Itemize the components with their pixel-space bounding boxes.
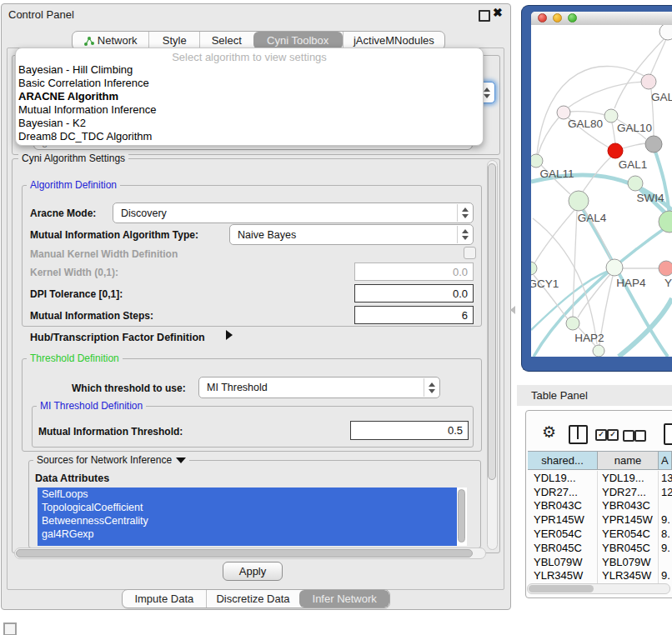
settings-scrollbar-thumb[interactable] [488,163,496,480]
network-node-gal4[interactable] [569,191,589,211]
network-node-gal1[interactable] [608,143,623,158]
tab-impute-data[interactable]: Impute Data [123,590,206,608]
combo-stepper-icon[interactable] [457,204,472,222]
tab-style[interactable]: Style [148,32,199,49]
attribute-list-item[interactable]: BetweennessCentrality [38,514,457,528]
algorithm-option[interactable]: Mutual Information Inference [16,103,483,117]
zoom-traffic-light-icon[interactable] [568,13,577,22]
aracne-mode-combo[interactable]: Discovery [113,202,474,223]
network-node-hap4[interactable] [606,259,623,276]
deselect-all-checkbox-icon[interactable] [623,430,634,442]
table-row[interactable]: YER054CYER054C8. [528,527,672,541]
manual-kernel-checkbox[interactable] [464,247,476,259]
attribute-list-item[interactable]: TopologicalCoefficient [38,501,457,514]
which-threshold-combo[interactable]: MI Threshold [198,377,440,398]
kernel-width-value: 0.0 [453,266,468,278]
settings-hscrollbar-thumb[interactable] [16,549,473,558]
tab-jactivemnodules-label: jActiveMNodules [354,34,434,47]
data-attributes-label: Data Attributes [35,472,109,484]
collapse-arrow-icon[interactable] [176,458,186,463]
table-row[interactable]: YLR345WYLR345W9. [528,569,672,583]
algorithm-option[interactable]: Basic Correlation Inference [16,77,483,90]
mi-steps-field[interactable]: 6 [354,306,474,324]
network-node-hap2[interactable] [566,317,579,330]
algorithm-option[interactable]: Dream8 DC_TDC Algorithm [16,130,483,143]
network-edge[interactable] [537,66,649,154]
network-node-gray[interactable] [645,136,662,152]
expand-arrow-icon[interactable] [226,330,233,340]
table-cell: 9. [659,512,672,527]
mi-threshold-field[interactable]: 0.5 [350,421,469,440]
network-edge[interactable] [534,210,574,263]
network-edge[interactable] [612,122,615,143]
close-icon[interactable]: ✖ [493,6,503,19]
data-attributes-list[interactable]: SelfLoopsTopologicalCoefficientBetweenne… [38,488,457,546]
attr-scrollbar-track[interactable] [457,488,467,546]
table-row[interactable]: YBR043CYBR043C [528,499,672,513]
table-row[interactable]: YBL079WYBL079W [528,555,672,569]
network-edge[interactable] [564,82,649,111]
network-node-gcy1[interactable] [531,262,537,275]
algorithm-option[interactable]: Bayesian - K2 [16,117,483,130]
minimize-traffic-light-icon[interactable] [553,13,562,22]
table-cell: 12 [659,485,672,499]
select-all-checkbox-icon[interactable]: ✓ [595,429,607,441]
table-cell: YLR345W [528,569,598,583]
tab-cyni-toolbox[interactable]: Cyni Toolbox [253,32,343,49]
network-canvas[interactable]: GALGAL80GAL10GAL1GAL11SWI4GAL4GCY1HAP4YH… [531,25,672,357]
column-header-name[interactable]: name [598,451,659,470]
node-label: GCY1 [531,278,559,290]
network-node-top-partial[interactable] [659,25,672,40]
network-node-bottom-partial[interactable] [593,345,604,357]
network-edge[interactable] [538,117,559,155]
network-node-swi4[interactable] [628,176,643,191]
network-icon [84,36,94,46]
attribute-list-item[interactable]: gal4RGexp [38,528,457,541]
table-row[interactable]: YPR145WYPR145W9. [528,512,672,527]
node-label: GAL11 [539,168,574,180]
network-node-big-green[interactable] [659,211,672,232]
network-node-gal-pink[interactable] [641,74,656,89]
close-traffic-light-icon[interactable] [538,13,547,22]
node-label: GAL80 [568,118,603,130]
network-edge[interactable] [569,112,605,115]
network-edge[interactable] [623,143,645,148]
tab-select[interactable]: Select [199,32,253,49]
apply-button[interactable]: Apply [223,562,283,581]
document-icon[interactable] [664,423,672,445]
node-label: GAL4 [578,212,607,224]
columns-icon[interactable] [569,425,588,444]
gear-icon[interactable]: ⚙ [542,422,556,442]
table-hscrollbar-thumb[interactable] [529,585,594,592]
deselect-all-checkbox-icon[interactable] [634,430,646,442]
table-row[interactable]: YDL19...YDL19...13 [528,471,672,485]
minimized-panel-icon[interactable] [3,622,17,635]
tab-infer-network[interactable]: Infer Network [299,590,389,608]
network-node-gal10[interactable] [604,109,618,122]
combo-stepper-icon[interactable] [457,226,472,243]
attribute-list-item[interactable]: SelfLoops [38,488,457,501]
column-header-partial[interactable]: A [659,451,672,470]
dpi-tolerance-field[interactable]: 0.0 [354,284,474,302]
table-row[interactable]: YDR27...YDR27...12 [528,485,672,499]
algorithm-option[interactable]: ARACNE Algorithm [16,90,483,103]
tab-network[interactable]: Network [73,32,148,49]
table-row[interactable]: YBR045CYBR045C9. [528,541,672,555]
tab-jactivemnodules[interactable]: jActiveMNodules [343,32,444,49]
panel-divider-handle-icon[interactable] [510,306,515,314]
float-window-icon[interactable] [479,10,490,22]
table-header-row: shared... name A [528,451,672,470]
mi-type-combo[interactable]: Naive Bayes [229,224,474,245]
algorithm-option[interactable]: Bayesian - Hill Climbing [16,63,483,77]
attr-scrollbar-thumb[interactable] [458,489,465,542]
network-node-salmon[interactable] [659,261,672,276]
table-cell: YBL079W [528,555,598,569]
select-all-checkbox-icon[interactable]: ✓ [607,429,619,441]
tab-discretize-data[interactable]: Discretize Data [206,590,300,608]
network-node-gal11[interactable] [531,154,543,168]
combo-stepper-icon[interactable] [424,378,439,397]
column-header-shared[interactable]: shared... [528,451,598,470]
network-graph[interactable]: GALGAL80GAL10GAL1GAL11SWI4GAL4GCY1HAP4YH… [531,25,672,357]
network-edge[interactable] [619,298,672,357]
hub-definition-label: Hub/Transcription Factor Definition [30,332,205,343]
